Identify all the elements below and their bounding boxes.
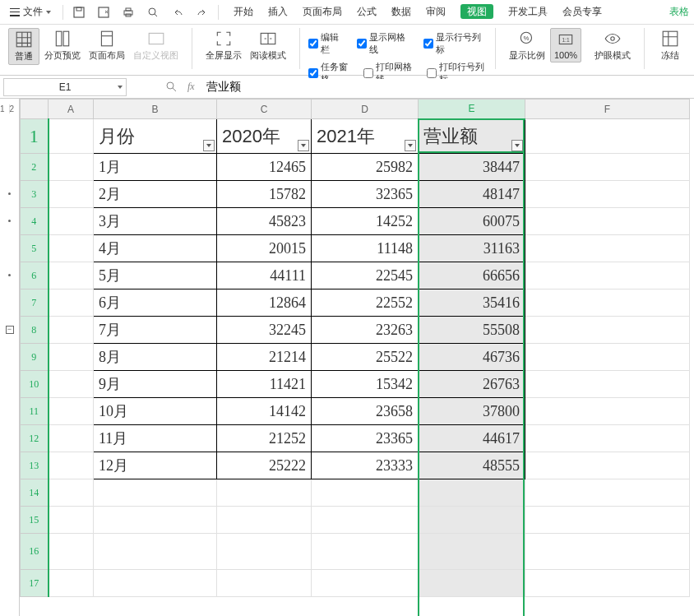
- save-icon[interactable]: [70, 3, 88, 21]
- undo-icon[interactable]: [169, 3, 187, 21]
- filter-button[interactable]: [405, 140, 416, 151]
- cell[interactable]: 25982: [312, 154, 419, 181]
- cell[interactable]: 2021年: [312, 119, 419, 154]
- row-header[interactable]: 10: [21, 371, 49, 398]
- formula-input[interactable]: [201, 79, 530, 95]
- cell[interactable]: [525, 235, 690, 262]
- cell[interactable]: 23263: [312, 317, 419, 344]
- cell[interactable]: 4月: [94, 235, 217, 262]
- cell[interactable]: 55508: [419, 317, 525, 344]
- cell[interactable]: 5月: [94, 262, 217, 289]
- cell[interactable]: [419, 479, 525, 507]
- save-as-icon[interactable]: [95, 3, 113, 21]
- row-header[interactable]: 17: [21, 570, 49, 597]
- cell[interactable]: 31163: [419, 235, 525, 262]
- tab-review[interactable]: 审阅: [426, 2, 446, 22]
- cell[interactable]: 3月: [94, 208, 217, 235]
- row-header[interactable]: 13: [21, 452, 49, 479]
- cell[interactable]: 60075: [419, 208, 525, 235]
- cell[interactable]: [312, 570, 419, 597]
- cell[interactable]: 32245: [217, 317, 312, 344]
- filter-button[interactable]: [298, 140, 309, 151]
- cell[interactable]: [49, 534, 94, 570]
- cell[interactable]: [49, 119, 94, 154]
- cell[interactable]: [49, 235, 94, 262]
- fx-icon[interactable]: fx: [187, 81, 195, 93]
- row-header[interactable]: 3: [21, 181, 49, 208]
- cell[interactable]: 46736: [419, 344, 525, 371]
- cell[interactable]: [525, 371, 690, 398]
- row-header[interactable]: 4: [21, 208, 49, 235]
- cell[interactable]: 37800: [419, 398, 525, 425]
- cell[interactable]: 44617: [419, 425, 525, 452]
- cell[interactable]: [217, 570, 312, 597]
- cell[interactable]: 8月: [94, 344, 217, 371]
- check-edit-bar[interactable]: 编辑栏: [308, 31, 346, 56]
- cell[interactable]: 14252: [312, 208, 419, 235]
- row-header[interactable]: 16: [21, 534, 49, 570]
- tab-data[interactable]: 数据: [391, 2, 411, 22]
- row-header[interactable]: 12: [21, 425, 49, 452]
- cell[interactable]: [525, 479, 690, 507]
- cell[interactable]: [49, 289, 94, 317]
- cell[interactable]: 15342: [312, 371, 419, 398]
- cell[interactable]: 38447: [419, 154, 525, 181]
- cell[interactable]: 23365: [312, 425, 419, 452]
- cell[interactable]: 9月: [94, 371, 217, 398]
- row-header[interactable]: 9: [21, 344, 49, 371]
- select-all-corner[interactable]: [21, 100, 49, 119]
- name-box[interactable]: E1: [3, 78, 127, 96]
- cell[interactable]: [49, 425, 94, 452]
- row-header[interactable]: 6: [21, 262, 49, 289]
- cell[interactable]: [525, 208, 690, 235]
- cell[interactable]: [94, 570, 217, 597]
- cell[interactable]: 48555: [419, 452, 525, 479]
- cell[interactable]: [49, 452, 94, 479]
- cell[interactable]: [94, 534, 217, 570]
- row-header[interactable]: 5: [21, 235, 49, 262]
- spreadsheet-grid[interactable]: A B C D E F 1 月份 2020年 2021年 营业额 2 1月 12…: [20, 99, 694, 616]
- cell[interactable]: 2020年: [217, 119, 312, 154]
- cell[interactable]: 21252: [217, 425, 312, 452]
- cell[interactable]: 25222: [217, 452, 312, 479]
- cell[interactable]: [525, 534, 690, 570]
- cell[interactable]: [217, 479, 312, 507]
- cell[interactable]: 10月: [94, 398, 217, 425]
- col-header-E[interactable]: E: [419, 100, 525, 119]
- cell[interactable]: 20015: [217, 235, 312, 262]
- cell[interactable]: [49, 507, 94, 534]
- cell[interactable]: [525, 181, 690, 208]
- cell[interactable]: [49, 570, 94, 597]
- cell[interactable]: 12864: [217, 289, 312, 317]
- col-header-F[interactable]: F: [525, 100, 690, 119]
- cell[interactable]: [94, 479, 217, 507]
- cell[interactable]: [217, 507, 312, 534]
- cell[interactable]: [525, 262, 690, 289]
- cell[interactable]: [49, 262, 94, 289]
- view-page-layout-button[interactable]: 页面布局: [86, 28, 128, 63]
- print-icon[interactable]: [119, 3, 137, 21]
- table-tools-label[interactable]: 表格: [669, 5, 689, 19]
- cell[interactable]: [49, 317, 94, 344]
- filter-button[interactable]: [203, 140, 215, 151]
- cell[interactable]: [525, 452, 690, 479]
- tab-formulas[interactable]: 公式: [357, 2, 377, 22]
- cell[interactable]: 66656: [419, 262, 525, 289]
- cell[interactable]: 48147: [419, 181, 525, 208]
- cell[interactable]: [49, 208, 94, 235]
- cell[interactable]: [419, 507, 525, 534]
- col-header-D[interactable]: D: [312, 100, 419, 119]
- cell[interactable]: 23658: [312, 398, 419, 425]
- row-header[interactable]: 14: [21, 479, 49, 507]
- col-header-A[interactable]: A: [49, 100, 94, 119]
- eye-protect-button[interactable]: 护眼模式: [591, 28, 634, 63]
- cell[interactable]: [312, 534, 419, 570]
- row-header[interactable]: 7: [21, 289, 49, 317]
- check-show-headers[interactable]: 显示行号列标: [423, 31, 487, 56]
- cell[interactable]: [419, 534, 525, 570]
- cell[interactable]: [217, 534, 312, 570]
- outline-collapse-icon[interactable]: −: [6, 326, 14, 334]
- cell[interactable]: [525, 317, 690, 344]
- col-header-C[interactable]: C: [217, 100, 312, 119]
- cell[interactable]: [525, 507, 690, 534]
